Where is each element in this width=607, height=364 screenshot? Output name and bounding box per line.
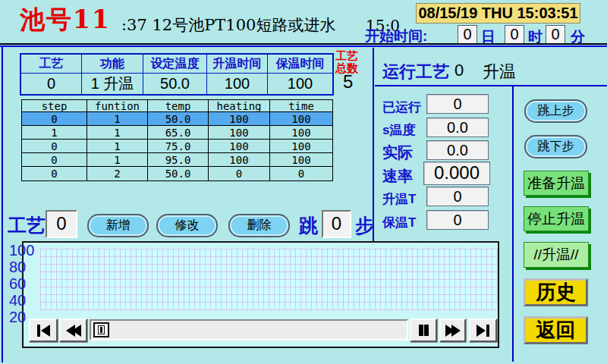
col-header-function: 功能: [82, 55, 143, 74]
col-header-set-temp: 设定温度: [143, 55, 207, 74]
cell-time: 100: [270, 140, 332, 152]
set-temp-value-box: 0.0: [426, 118, 489, 137]
pause-button[interactable]: [410, 318, 437, 342]
cell-temp: 50.0: [148, 112, 209, 125]
jump-down-step-button[interactable]: 跳下步: [524, 135, 587, 158]
alarm-marquee: :37 12号池PT100短路或进水: [121, 14, 335, 36]
heat-time-value: 100: [207, 74, 268, 94]
header-divider-blue: [0, 46, 607, 47]
cell-temp: 65.0: [148, 126, 209, 139]
pause-icon: [419, 325, 429, 336]
process-table-header-row: 工艺 功能 设定温度 升温时间 保温时间: [21, 55, 332, 74]
process-table-value-row[interactable]: 0 1 升温 50.0 100 100: [21, 74, 332, 94]
function-value: 1 升温: [82, 74, 143, 94]
run-mode-value: 升温: [483, 61, 516, 83]
cell-funtion: 1: [87, 126, 148, 139]
delete-button[interactable]: 删除: [228, 214, 290, 237]
actual-temp-value-box: 0.0: [426, 140, 489, 160]
cell-temp: 95.0: [148, 153, 209, 166]
page-title: 池号11: [20, 3, 111, 37]
process-summary-table: 工艺 功能 设定温度 升温时间 保温时间 0 1 升温 50.0 100 100: [20, 53, 334, 96]
cell-step: 0: [22, 153, 87, 166]
cell-time: 100: [270, 112, 332, 125]
cell-step: 1: [22, 126, 87, 139]
jump-label: 跳: [299, 213, 318, 238]
add-button[interactable]: 新增: [87, 214, 149, 237]
trend-chart: [22, 241, 499, 348]
start-minute-input[interactable]: 0: [546, 25, 565, 44]
left-edge-divider: [2, 47, 3, 362]
rate-value-box: 0.000: [423, 162, 490, 185]
set-temp-label: s温度: [382, 121, 415, 139]
cell-time: 0: [270, 167, 332, 180]
fast-forward-icon: [445, 325, 461, 337]
right-column-divider: [512, 86, 514, 362]
start-hour-input[interactable]: 0: [505, 25, 524, 44]
cell-funtion: 2: [87, 167, 148, 180]
cell-step: 0: [22, 140, 87, 152]
run-process-value: 0: [454, 61, 464, 80]
set-temp-value: 50.0: [143, 74, 207, 94]
step-table: step funtion temp heating time 0 1 50.0 …: [21, 99, 333, 181]
back-button[interactable]: 返回: [524, 316, 588, 344]
jump-up-step-button[interactable]: 跳上步: [524, 99, 587, 123]
step-forward-icon: [476, 325, 489, 337]
prepare-heating-button[interactable]: 准备升温: [524, 171, 589, 196]
first-frame-button[interactable]: [29, 318, 58, 342]
jump-step-input[interactable]: 0: [322, 210, 351, 238]
hmi-screen: { "colors": { "background": "#b2e8e8", "…: [0, 0, 607, 364]
process-input-label: 工艺: [8, 213, 46, 238]
col-header-process: 工艺: [21, 55, 82, 74]
process-number-input[interactable]: 0: [46, 210, 77, 238]
modify-button[interactable]: 修改: [156, 214, 218, 237]
cell-heating: 100: [209, 153, 270, 166]
cell-temp: 75.0: [148, 140, 209, 152]
chart-grid-area: [40, 249, 498, 310]
cell-heating: 0: [209, 167, 270, 180]
cell-heating: 100: [209, 126, 270, 139]
rate-label: 速率: [382, 166, 413, 187]
col-header-hold-time: 保温时间: [268, 55, 332, 74]
cell-temp: 50.0: [148, 167, 209, 180]
heat-time-label: 升温T: [382, 190, 416, 208]
cell-funtion: 1: [87, 112, 148, 125]
col-header-funtion: funtion: [87, 100, 148, 112]
step-table-header-row: step funtion temp heating time: [22, 100, 332, 112]
table-row[interactable]: 0 1 75.0 100 100: [22, 140, 332, 153]
table-row[interactable]: 0 2 50.0 0 0: [22, 167, 332, 180]
fast-forward-button[interactable]: [439, 318, 466, 342]
history-button[interactable]: 历史: [524, 278, 588, 306]
y-tick-label: 100: [9, 243, 34, 258]
cell-step: 0: [22, 167, 87, 180]
col-header-heating: heating: [209, 100, 270, 112]
step-backward-icon: [37, 325, 50, 337]
rewind-button[interactable]: [59, 318, 87, 342]
cell-funtion: 1: [87, 140, 148, 152]
col-header-temp: temp: [148, 100, 209, 112]
table-row[interactable]: 1 1 65.0 100 100: [22, 126, 332, 140]
heat-time-value-box: 0: [426, 187, 489, 206]
run-panel-divider: [375, 85, 607, 86]
stop-heating-button[interactable]: 停止升温: [524, 206, 589, 231]
run-process-label: 运行工艺: [382, 61, 449, 83]
process-value: 0: [21, 74, 82, 94]
cell-funtion: 1: [87, 153, 148, 166]
slider-handle[interactable]: [93, 322, 109, 337]
datetime-display: 08/15/19 THU 15:03:51: [416, 3, 580, 24]
cell-step: 0: [22, 112, 87, 125]
jump-unit-label: 步: [355, 213, 374, 238]
table-row[interactable]: 0 1 50.0 100 100: [22, 112, 332, 126]
table-row[interactable]: 0 1 95.0 100 100: [22, 153, 332, 167]
col-header-step: step: [22, 100, 87, 112]
heating-status-button[interactable]: //升温//: [524, 242, 589, 268]
start-day-input[interactable]: 0: [458, 25, 477, 44]
trend-scrollbar-track[interactable]: [90, 319, 408, 340]
y-tick-label: 40: [9, 293, 26, 308]
cell-heating: 100: [209, 112, 270, 125]
actual-temp-label: 实际: [382, 143, 413, 163]
last-frame-button[interactable]: [469, 318, 497, 342]
hold-time-value: 100: [268, 74, 332, 94]
cell-heating: 100: [209, 140, 270, 152]
center-divider: [373, 48, 374, 241]
fast-backward-icon: [66, 325, 81, 337]
